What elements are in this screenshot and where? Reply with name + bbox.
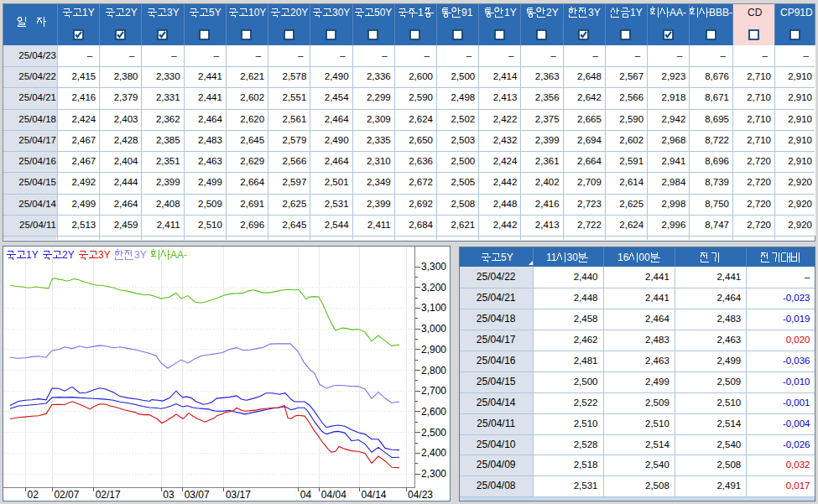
- svg-text:03: 03: [163, 489, 175, 501]
- svg-text:04/04: 04/04: [321, 489, 346, 501]
- svg-text:3,100: 3,100: [421, 302, 446, 314]
- svg-text:2,600: 2,600: [421, 406, 446, 418]
- svg-text:3,300: 3,300: [421, 261, 446, 273]
- svg-text:2,300: 2,300: [421, 468, 446, 480]
- svg-text:03/17: 03/17: [226, 489, 251, 501]
- svg-text:2,400: 2,400: [421, 447, 446, 459]
- svg-text:03/07: 03/07: [185, 489, 210, 501]
- svg-text:3,000: 3,000: [421, 323, 446, 335]
- svg-text:2,500: 2,500: [421, 427, 446, 439]
- svg-text:02: 02: [28, 489, 39, 501]
- svg-text:04/14: 04/14: [362, 489, 387, 501]
- svg-text:2,900: 2,900: [421, 344, 446, 356]
- svg-text:04: 04: [300, 489, 312, 501]
- svg-text:3,200: 3,200: [421, 282, 446, 294]
- svg-text:2,700: 2,700: [421, 385, 446, 397]
- svg-text:2,800: 2,800: [421, 365, 446, 377]
- svg-text:02/07: 02/07: [54, 489, 79, 501]
- svg-text:02/17: 02/17: [96, 489, 121, 501]
- svg-text:04/23: 04/23: [408, 489, 433, 501]
